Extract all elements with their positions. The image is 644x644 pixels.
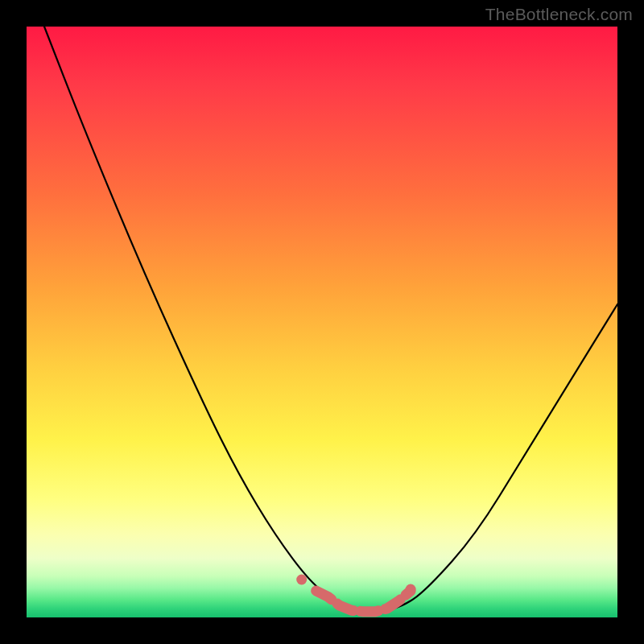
highlight-dot-left [296, 575, 307, 585]
curve-path [44, 27, 617, 612]
highlight-dot-right [406, 584, 416, 595]
watermark-text: TheBottleneck.com [485, 5, 633, 24]
curve-layer [27, 27, 617, 617]
highlight-markers [296, 575, 415, 612]
highlight-polyline [316, 591, 411, 612]
chart-frame: TheBottleneck.com [0, 0, 644, 644]
bottleneck-curve [44, 27, 617, 612]
plot-area [27, 27, 617, 617]
